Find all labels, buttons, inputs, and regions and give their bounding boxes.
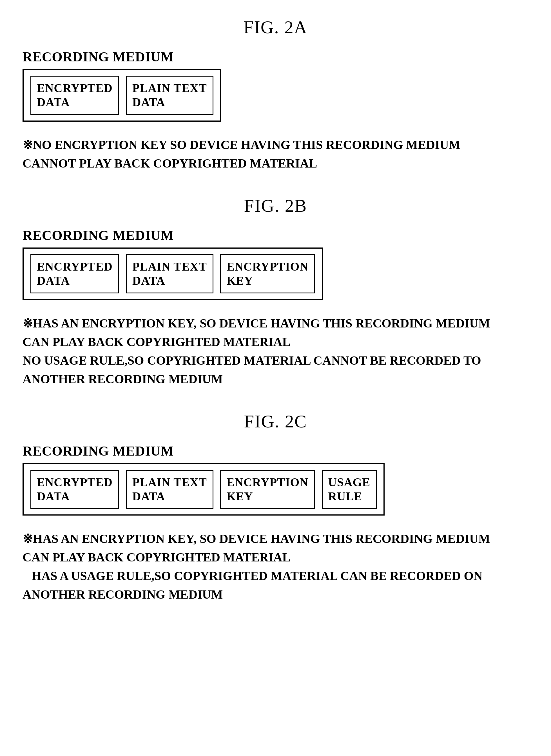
medium-container-2a: ENCRYPTED DATA PLAIN TEXT DATA xyxy=(23,69,221,122)
plain-text-data-box-2b: PLAIN TEXT DATA xyxy=(126,254,213,293)
usage-rule-box-2c: USAGE RULE xyxy=(322,470,377,509)
encrypted-data-box-2c: ENCRYPTED DATA xyxy=(30,470,119,509)
figure-2b-title: FIG. 2B xyxy=(23,195,528,216)
medium-container-2b: ENCRYPTED DATA PLAIN TEXT DATA ENCRYPTIO… xyxy=(23,247,323,300)
figure-2b-section: FIG. 2B RECORDING MEDIUM ENCRYPTED DATA … xyxy=(23,195,528,389)
note-2b: ※HAS AN ENCRYPTION KEY, SO DEVICE HAVING… xyxy=(23,314,501,389)
encrypted-data-box-2b: ENCRYPTED DATA xyxy=(30,254,119,293)
encryption-key-box-2b: ENCRYPTION KEY xyxy=(220,254,315,293)
note-2a: ※NO ENCRYPTION KEY SO DEVICE HAVING THIS… xyxy=(23,136,501,173)
encrypted-data-box-2a: ENCRYPTED DATA xyxy=(30,76,119,115)
figure-2a-section: FIG. 2A RECORDING MEDIUM ENCRYPTED DATA … xyxy=(23,17,528,173)
encryption-key-box-2c: ENCRYPTION KEY xyxy=(220,470,315,509)
plain-text-data-box-2a: PLAIN TEXT DATA xyxy=(126,76,213,115)
recording-medium-label-2c: RECORDING MEDIUM xyxy=(23,443,528,459)
recording-medium-label-2a: RECORDING MEDIUM xyxy=(23,49,528,64)
figure-2a-title: FIG. 2A xyxy=(23,17,528,38)
note-2c: ※HAS AN ENCRYPTION KEY, SO DEVICE HAVING… xyxy=(23,530,501,604)
recording-medium-label-2b: RECORDING MEDIUM xyxy=(23,227,528,243)
figure-2c-section: FIG. 2C RECORDING MEDIUM ENCRYPTED DATA … xyxy=(23,411,528,604)
figure-2c-title: FIG. 2C xyxy=(23,411,528,432)
medium-container-2c: ENCRYPTED DATA PLAIN TEXT DATA ENCRYPTIO… xyxy=(23,463,385,516)
plain-text-data-box-2c: PLAIN TEXT DATA xyxy=(126,470,213,509)
